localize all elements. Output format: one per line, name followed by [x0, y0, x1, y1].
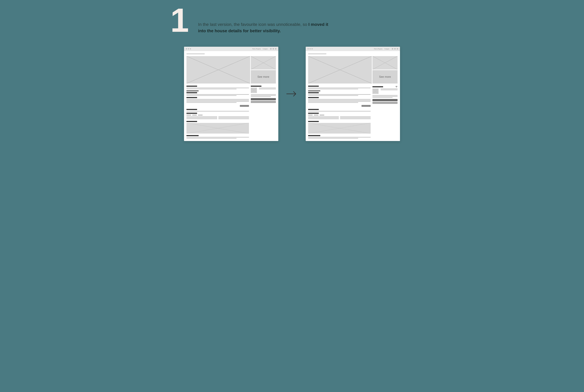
apply-btn-after[interactable] [372, 102, 398, 104]
wireframe-before: Find a Property Compare [184, 47, 278, 141]
heart-svg [395, 86, 398, 88]
browser-icon-2-after [394, 48, 396, 50]
title-lorem-1-after [308, 86, 319, 87]
browser-icons-after [392, 48, 398, 50]
nav-compare[interactable]: Compare [263, 48, 268, 50]
browser-icon-3 [275, 48, 276, 50]
lower-section-before [186, 109, 249, 138]
description-normal: In the last version, the favourite icon … [198, 22, 308, 27]
page-wrapper: 1 In the last version, the favourite ico… [170, 9, 414, 141]
enquire-btn-after[interactable] [372, 99, 398, 101]
agent-title [251, 86, 261, 87]
map-image-after [308, 123, 371, 134]
description-text: In the last version, the favourite icon … [198, 9, 335, 34]
read-more-btn-after[interactable] [362, 105, 371, 107]
bottom-title-after [308, 135, 320, 136]
x-pattern-agent [251, 88, 257, 93]
details-right-before [251, 86, 276, 138]
lower-section-after [308, 109, 371, 138]
see-more-label-after: See more [379, 75, 391, 78]
title-lorem-5 [186, 113, 197, 114]
title-lorem-3 [186, 97, 197, 98]
x-pattern-side-top-after [372, 56, 398, 70]
enquire-btn-before[interactable] [251, 98, 276, 100]
x-pattern-side-top [251, 56, 276, 70]
text-block-2 [186, 94, 249, 96]
browser-dots-after [308, 48, 313, 50]
title-lorem-6-after [308, 121, 319, 122]
nav-find-after[interactable]: Find a Property [374, 48, 383, 50]
wireframe-after: Find a Property Compare [306, 47, 400, 141]
text-block-4-after [308, 111, 371, 112]
dot-2 [188, 48, 189, 50]
text-block-4 [186, 111, 249, 112]
x-pattern-main-after [308, 56, 372, 84]
title-lorem-2-after [308, 92, 319, 93]
text-block-1 [186, 88, 249, 89]
x-pattern-main [186, 56, 250, 84]
step-number: 1 [170, 6, 189, 34]
dot-1-after [308, 48, 309, 50]
image-side-top-after [372, 56, 398, 70]
text-block-2-after [308, 94, 371, 96]
title-lorem-4-after [308, 109, 319, 110]
main-image-after [308, 56, 372, 84]
browser-icon-1 [270, 48, 272, 50]
image-side-before: See more [251, 56, 276, 84]
heart-icon[interactable] [395, 86, 398, 88]
map-image-before [186, 123, 249, 134]
arrow-icon [286, 90, 298, 98]
main-image-before [186, 56, 250, 84]
data-grid-after [308, 116, 371, 119]
see-more-label-before: See more [257, 75, 269, 78]
title-lorem-1 [186, 86, 197, 87]
text-block-3 [186, 99, 249, 103]
image-grid-before: See more [186, 56, 276, 84]
wireframe-content-before: See more [184, 51, 278, 141]
arrow-container [286, 90, 298, 98]
see-more-before[interactable]: See more [251, 70, 276, 84]
title-lorem-2 [186, 92, 197, 93]
nav-compare-after[interactable]: Compare [384, 48, 389, 50]
text-block-3-after [308, 99, 371, 103]
intro-section: 1 In the last version, the favourite ico… [170, 9, 414, 34]
details-left-after [308, 86, 371, 138]
property-details-after [308, 86, 398, 138]
tags-row-before [186, 115, 249, 116]
x-pattern-map [186, 123, 249, 134]
details-left-before [186, 86, 249, 138]
wireframe-content-after: See more [306, 51, 400, 141]
agent-desc-after [372, 95, 398, 98]
data-grid-before [186, 116, 249, 119]
text-block-1-after [308, 88, 371, 89]
image-side-after: See more [372, 56, 398, 84]
dot-3-after [311, 48, 313, 50]
browser-icon-2 [273, 48, 274, 50]
dot-1 [186, 48, 187, 50]
title-lorem-6 [186, 121, 197, 122]
dot-3 [190, 48, 191, 50]
tags-row-after [308, 115, 371, 116]
apply-btn-before[interactable] [251, 101, 276, 103]
bottom-title-before [186, 135, 199, 136]
x-pattern-map-after [308, 123, 371, 134]
agent-image-before [251, 88, 257, 93]
browser-nav-after: Find a Property Compare [374, 48, 389, 50]
agent-desc [251, 94, 276, 97]
details-right-after [372, 86, 398, 138]
see-more-after[interactable]: See more [372, 70, 398, 84]
title-lorem-3-after [308, 97, 319, 98]
agent-title-after [372, 86, 383, 87]
browser-dots [186, 48, 191, 50]
image-side-top-before [251, 56, 276, 70]
browser-chrome-after: Find a Property Compare [306, 47, 400, 51]
nav-find[interactable]: Find a Property [252, 48, 261, 50]
property-details-before [186, 86, 276, 138]
agent-section-before [251, 88, 276, 94]
browser-chrome-before: Find a Property Compare [184, 47, 278, 51]
browser-nav: Find a Property Compare [252, 48, 268, 50]
comparison-section: Find a Property Compare [170, 47, 414, 141]
x-pattern-agent-after [372, 88, 379, 94]
breadcrumb-after [308, 54, 326, 54]
read-more-btn-before[interactable] [240, 105, 249, 107]
